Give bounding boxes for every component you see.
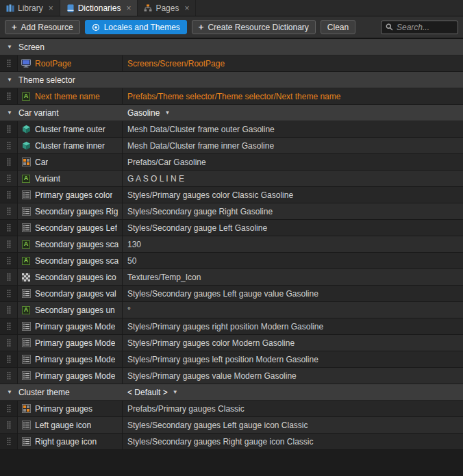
tab-pages[interactable]: Pages× — [138, 0, 196, 16]
drag-handle-icon[interactable] — [0, 318, 18, 334]
section-dropdown[interactable]: < Default >▼ — [123, 388, 178, 397]
create-resource-dictionary-button[interactable]: + Create Resource Dictionary — [192, 20, 316, 34]
row-value: Styles/Secondary gauge Right Gasoline — [123, 203, 463, 219]
row-name: Secondary gauges sca — [35, 240, 118, 249]
table-row[interactable]: Secondary gauges RigStyles/Secondary gau… — [0, 203, 463, 220]
table-row[interactable]: AVariantG A S O L I N E — [0, 171, 463, 187]
expander-icon[interactable]: ▼ — [7, 45, 12, 50]
row-name: Secondary gauges Lef — [35, 223, 117, 233]
drag-handle-icon[interactable] — [0, 171, 18, 186]
row-name: Secondary gauges ico — [35, 273, 116, 282]
mesh-icon — [21, 141, 31, 151]
table-row[interactable]: Right gauge iconStyles/Secondary gauges … — [0, 434, 463, 450]
drag-handle-icon[interactable] — [0, 236, 18, 252]
table-row[interactable]: Secondary gauges LefStyles/Secondary gau… — [0, 220, 463, 236]
drag-handle-icon[interactable] — [0, 417, 18, 433]
row-name-cell: ASecondary gauges sca — [18, 236, 123, 252]
row-name: Secondary gauges val — [35, 289, 116, 299]
style-icon — [21, 223, 31, 233]
clean-label: Clean — [327, 23, 349, 32]
pages-icon — [144, 4, 152, 12]
table-row[interactable]: Primary gauges ModeStyles/Primary gauges… — [0, 335, 463, 351]
section-dropdown[interactable]: Gasoline▼ — [123, 108, 170, 118]
drag-handle-icon[interactable] — [0, 351, 18, 367]
table-row[interactable]: Cluster frame outerMesh Data/Cluster fra… — [0, 121, 463, 138]
row-name: Cluster frame outer — [35, 125, 105, 134]
drag-handle-icon[interactable] — [0, 203, 18, 219]
table-row[interactable]: RootPageScreens/Screen/RootPage — [0, 55, 463, 72]
table-row[interactable]: ASecondary gauges un° — [0, 302, 463, 318]
locales-themes-button[interactable]: Locales and Themes — [85, 20, 187, 34]
drag-handle-icon[interactable] — [0, 55, 18, 71]
table-row[interactable]: Left gauge iconStyles/Secondary gauges L… — [0, 417, 463, 434]
expander-icon[interactable]: ▼ — [7, 110, 12, 116]
drag-handle-icon[interactable] — [0, 220, 18, 236]
row-name: Primary gauges Mode — [35, 355, 115, 364]
table-row[interactable]: Primary gauges ModeStyles/Primary gauges… — [0, 351, 463, 368]
table-row[interactable]: Cluster frame innerMesh Data/Cluster fra… — [0, 138, 463, 154]
style-icon — [21, 322, 31, 331]
table-row[interactable]: Secondary gauges valStyles/Secondary gau… — [0, 286, 463, 302]
table-row[interactable]: ASecondary gauges sca50 — [0, 253, 463, 269]
drag-handle-icon[interactable] — [0, 138, 18, 153]
drag-handle-icon[interactable] — [0, 434, 18, 449]
add-resource-label: Add Resource — [21, 23, 73, 32]
drag-handle-icon[interactable] — [0, 286, 18, 301]
row-name-cell: Left gauge icon — [18, 417, 123, 433]
row-name-cell: Primary gauges Mode — [18, 318, 123, 334]
prefab-icon — [21, 404, 31, 414]
drag-handle-icon[interactable] — [0, 302, 18, 318]
table-row[interactable]: Primary gauges colorStyles/Primary gauge… — [0, 187, 463, 203]
section-header-cluster-theme[interactable]: ▼Cluster theme< Default >▼ — [0, 384, 463, 401]
drag-handle-icon[interactable] — [0, 269, 18, 285]
search-input[interactable] — [397, 23, 453, 32]
clean-button[interactable]: Clean — [321, 20, 355, 34]
drag-handle-icon[interactable] — [0, 187, 18, 203]
table-row[interactable]: Primary gaugesPrefabs/Primary gauges Cla… — [0, 401, 463, 417]
drag-handle-icon[interactable] — [0, 368, 18, 384]
row-value: 130 — [123, 236, 463, 252]
section-header-screen[interactable]: ▼Screen — [0, 39, 463, 55]
row-name: Primary gauges Mode — [35, 338, 115, 348]
section-header-car-variant[interactable]: ▼Car variantGasoline▼ — [0, 105, 463, 121]
add-resource-button[interactable]: + Add Resource — [5, 20, 80, 34]
row-value: ° — [123, 302, 463, 318]
radio-icon — [92, 23, 100, 32]
section-header-theme-selector[interactable]: ▼Theme selector — [0, 72, 463, 88]
tab-library[interactable]: Library× — [0, 0, 60, 16]
section-header-left: ▼Car variant — [0, 108, 123, 118]
row-name: Cluster frame inner — [35, 141, 105, 151]
tab-close-icon[interactable]: × — [184, 4, 189, 12]
table-row[interactable]: ASecondary gauges sca130 — [0, 236, 463, 253]
table-row[interactable]: ANext theme namePrefabs/Theme selector/T… — [0, 88, 463, 105]
drag-handle-icon[interactable] — [0, 121, 18, 137]
drag-handle-icon[interactable] — [0, 88, 18, 104]
expander-icon[interactable]: ▼ — [7, 390, 12, 395]
drag-handle-icon[interactable] — [0, 401, 18, 416]
tab-close-icon[interactable]: × — [126, 4, 131, 12]
row-value: Styles/Primary gauges color Classic Gaso… — [123, 187, 463, 203]
table-row[interactable]: Primary gauges ModeStyles/Primary gauges… — [0, 318, 463, 335]
table-row[interactable]: Secondary gauges icoTextures/Temp_Icon — [0, 269, 463, 286]
row-name-cell: Primary gauges Mode — [18, 351, 123, 367]
row-name: RootPage — [35, 59, 71, 68]
expander-icon[interactable]: ▼ — [7, 77, 12, 83]
search-icon — [386, 23, 393, 31]
text-icon: A — [21, 256, 31, 266]
search-box[interactable] — [381, 21, 458, 34]
row-value: Styles/Secondary gauge Left Gasoline — [123, 220, 463, 236]
row-value: Styles/Primary gauges left position Mode… — [123, 351, 463, 367]
section-header-left: ▼Theme selector — [0, 75, 123, 85]
create-resource-dictionary-label: Create Resource Dictionary — [208, 23, 308, 32]
table-row[interactable]: CarPrefabs/Car Gasoline — [0, 154, 463, 171]
tab-dictionaries[interactable]: Dictionaries× — [60, 0, 138, 16]
drag-handle-icon[interactable] — [0, 335, 18, 351]
drag-handle-icon[interactable] — [0, 154, 18, 170]
table-row[interactable]: Primary gauges ModeStyles/Primary gauges… — [0, 368, 463, 384]
tab-close-icon[interactable]: × — [49, 4, 53, 12]
drag-handle-icon[interactable] — [0, 253, 18, 268]
row-name-cell: Car — [18, 154, 123, 170]
mesh-icon — [21, 125, 31, 134]
row-value: Mesh Data/Cluster frame inner Gasoline — [123, 138, 463, 153]
row-name-cell: ASecondary gauges sca — [18, 253, 123, 268]
